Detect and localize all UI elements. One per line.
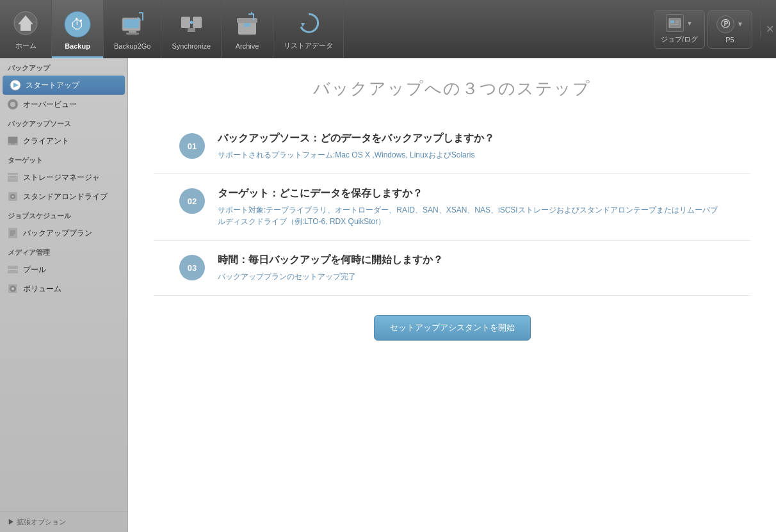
- sidebar-section-media: メディア管理: [0, 243, 127, 260]
- volume-icon: [6, 282, 19, 295]
- step-2-desc: サポート対象:テープライブラリ、オートローダー、RAID、SAN、XSAN、NA…: [218, 204, 725, 227]
- svg-rect-36: [8, 266, 18, 269]
- sidebar: バックアップ スタートアップ オーバービュー バックアップソース クライアント …: [0, 58, 128, 532]
- step-3-number: 03: [179, 255, 205, 280]
- toolbar-close-btn[interactable]: ✕: [763, 0, 776, 58]
- start-setup-button[interactable]: セットアップアシスタントを開始: [374, 315, 531, 341]
- toolbar-right: ▼ ジョブ/ログ Ⓟ ▼ P5: [649, 0, 757, 58]
- storage-icon: [6, 171, 19, 184]
- p5-chevron-icon: ▼: [737, 20, 743, 28]
- sidebar-backupplan-label: バックアッププラン: [23, 228, 92, 239]
- toolbar-synchronize[interactable]: Synchronize: [161, 0, 222, 58]
- toolbar-archive[interactable]: Archive: [222, 0, 273, 58]
- svg-rect-11: [237, 18, 257, 23]
- sidebar-item-pool[interactable]: プール: [0, 260, 127, 279]
- sidebar-volume-label: ボリューム: [23, 284, 61, 294]
- toolbar-joblog-btn[interactable]: ▼ ジョブ/ログ: [654, 10, 705, 49]
- svg-rect-37: [8, 270, 18, 273]
- main-layout: バックアップ スタートアップ オーバービュー バックアップソース クライアント …: [0, 58, 776, 532]
- sidebar-item-clients[interactable]: クライアント: [0, 131, 127, 150]
- step-1-number: 01: [179, 133, 205, 159]
- sidebar-standalone-label: スタンドアロンドライブ: [23, 191, 108, 202]
- toolbar-home-label: ホーム: [15, 41, 36, 51]
- backup-icon: ⏱: [62, 9, 93, 40]
- toolbar-synchronize-label: Synchronize: [172, 42, 211, 50]
- overview-icon: [6, 98, 19, 111]
- sidebar-item-startup[interactable]: スタートアップ: [3, 76, 125, 95]
- svg-rect-28: [8, 179, 18, 182]
- toolbar-restore-label: リストアデータ: [284, 41, 333, 51]
- svg-rect-24: [8, 137, 17, 143]
- step-1-title: バックアップソース：どのデータをバックアップしますか？: [218, 132, 725, 145]
- step-1-desc: サポートされるプラットフォーム:Mac OS X ,Windows, Linux…: [218, 149, 725, 161]
- toolbar: ホーム ⏱ Backup Backup2Go: [0, 0, 776, 58]
- toolbar-backup2go-label: Backup2Go: [114, 42, 150, 50]
- sidebar-startup-label: スタートアップ: [26, 80, 79, 91]
- step-2-number: 02: [179, 188, 205, 214]
- button-area: セットアップアシスタントを開始: [154, 296, 750, 360]
- sidebar-section-source: バックアップソース: [0, 114, 127, 131]
- svg-point-22: [10, 102, 15, 107]
- expand-options-label: ▶ 拡張オプション: [8, 517, 66, 527]
- p5-label: P5: [725, 36, 734, 44]
- svg-rect-12: [244, 23, 250, 27]
- svg-rect-7: [126, 33, 139, 35]
- svg-rect-25: [11, 143, 15, 145]
- backup2go-icon: [117, 9, 148, 40]
- joblog-icon: [666, 14, 684, 32]
- step-2-content: ターゲット：どこにデータを保存しますか？ サポート対象:テープライブラリ、オート…: [218, 187, 725, 227]
- home-icon: [10, 8, 41, 38]
- toolbar-backup-label: Backup: [65, 42, 90, 50]
- sidebar-overview-label: オーバービュー: [23, 99, 77, 110]
- toolbar-backup2go[interactable]: Backup2Go: [104, 0, 161, 58]
- sidebar-expand-options[interactable]: ▶ 拡張オプション: [0, 512, 127, 532]
- svg-rect-9: [193, 17, 202, 28]
- step-3: 03 時間：毎日バックアップを何時に開始しますか？ バックアッププランのセットア…: [154, 241, 750, 296]
- svg-rect-8: [181, 17, 190, 28]
- sidebar-storage-label: ストレージマネージャ: [23, 172, 100, 183]
- svg-point-31: [12, 196, 14, 198]
- svg-point-40: [12, 287, 14, 290]
- toolbar-separator: [760, 0, 761, 38]
- sidebar-clients-label: クライアント: [23, 136, 69, 147]
- toolbar-restore[interactable]: リストアデータ: [273, 0, 344, 58]
- sidebar-pool-label: プール: [23, 264, 46, 275]
- page-title: バックアップへの３つのステップ: [154, 77, 750, 100]
- svg-text:⏱: ⏱: [70, 17, 85, 33]
- toolbar-backup[interactable]: ⏱ Backup: [52, 0, 104, 58]
- joblog-label: ジョブ/ログ: [661, 35, 698, 44]
- sidebar-item-standalone[interactable]: スタンドアロンドライブ: [0, 187, 127, 206]
- svg-rect-27: [8, 176, 18, 179]
- startup-icon: [9, 79, 22, 92]
- pool-icon: [6, 263, 19, 276]
- joblog-chevron-icon: ▼: [686, 20, 693, 27]
- toolbar-home[interactable]: ホーム: [0, 0, 52, 58]
- backupplan-icon: [6, 227, 19, 239]
- restore-icon: [293, 8, 324, 38]
- step-2-title: ターゲット：どこにデータを保存しますか？: [218, 187, 725, 200]
- sidebar-section-target: ターゲット: [0, 150, 127, 168]
- toolbar-p5-btn[interactable]: Ⓟ ▼ P5: [707, 10, 752, 49]
- svg-rect-5: [124, 19, 139, 28]
- sidebar-item-volume[interactable]: ボリューム: [0, 279, 127, 298]
- content-area: バックアップへの３つのステップ 01 バックアップソース：どのデータをバックアッ…: [128, 58, 776, 532]
- sidebar-filler: [0, 298, 127, 512]
- step-1-content: バックアップソース：どのデータをバックアップしますか？ サポートされるプラットフ…: [218, 132, 725, 161]
- sidebar-item-backupplan[interactable]: バックアッププラン: [0, 223, 127, 243]
- content-inner: バックアップへの３つのステップ 01 バックアップソース：どのデータをバックアッ…: [128, 58, 776, 532]
- standalone-icon: [6, 190, 19, 203]
- step-2: 02 ターゲット：どこにデータを保存しますか？ サポート対象:テープライブラリ、…: [154, 174, 750, 241]
- svg-rect-15: [670, 20, 674, 23]
- sidebar-item-overview[interactable]: オーバービュー: [0, 95, 127, 114]
- step-1: 01 バックアップソース：どのデータをバックアップしますか？ サポートされるプラ…: [154, 119, 750, 174]
- sidebar-item-storage[interactable]: ストレージマネージャ: [0, 168, 127, 187]
- p5-icon: Ⓟ: [716, 15, 734, 33]
- step-3-title: 時間：毎日バックアップを何時に開始しますか？: [218, 254, 725, 267]
- toolbar-archive-label: Archive: [236, 42, 259, 50]
- step-3-content: 時間：毎日バックアップを何時に開始しますか？ バックアッププランのセットアップ完…: [218, 254, 725, 282]
- toolbar-spacer: [344, 0, 649, 58]
- svg-rect-26: [8, 173, 18, 175]
- archive-icon: [232, 9, 263, 40]
- svg-marker-13: [301, 23, 305, 27]
- sidebar-section-job: ジョブスケジュール: [0, 206, 127, 223]
